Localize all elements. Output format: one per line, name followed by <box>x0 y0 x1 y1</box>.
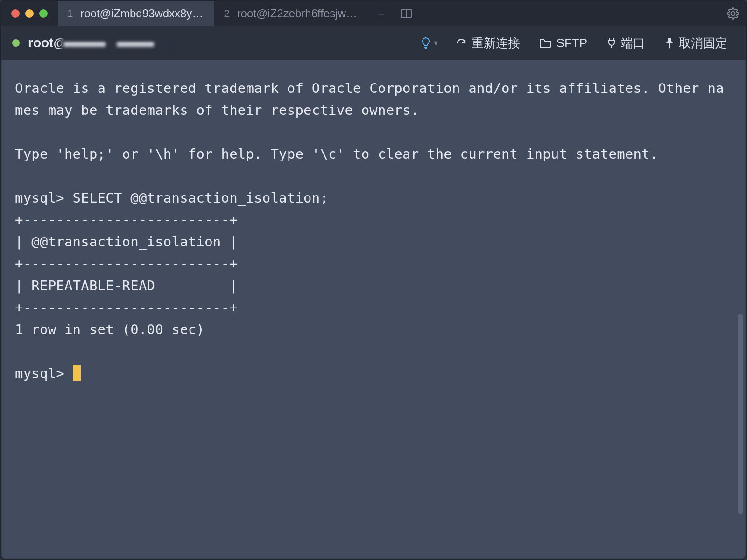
scrollbar-thumb[interactable] <box>738 314 743 514</box>
tab-index: 2 <box>224 7 229 20</box>
terminal-output: Oracle is a registered trademark of Orac… <box>15 77 732 385</box>
reconnect-label: 重新连接 <box>472 35 520 51</box>
tab-title: root@iZ2zebrh6ffesjw… <box>237 7 357 20</box>
settings-button[interactable] <box>720 7 746 20</box>
refresh-icon <box>456 37 467 49</box>
hints-dropdown[interactable]: ▾ <box>415 33 444 53</box>
maximize-button[interactable] <box>39 9 48 18</box>
tab-1[interactable]: 1 root@iZmbd93wdxx8y… <box>58 1 214 26</box>
port-label: 端口 <box>621 35 645 51</box>
gear-icon <box>727 7 739 20</box>
pin-icon <box>665 37 674 49</box>
term-line: Type 'help;' or '\h' for help. Type '\c'… <box>15 146 658 162</box>
tab-2[interactable]: 2 root@iZ2zebrh6ffesjw… <box>214 1 368 26</box>
split-panel-button[interactable] <box>394 9 419 18</box>
new-tab-button[interactable]: ＋ <box>368 6 394 22</box>
chevron-down-icon: ▾ <box>434 38 438 48</box>
connection-host-label: root@ <box>28 35 174 50</box>
titlebar: 1 root@iZmbd93wdxx8y… 2 root@iZ2zebrh6ff… <box>1 1 746 26</box>
port-button[interactable]: 端口 <box>599 31 653 55</box>
terminal-pane[interactable]: Oracle is a registered trademark of Orac… <box>2 60 745 558</box>
reconnect-button[interactable]: 重新连接 <box>448 31 528 55</box>
term-line: +-------------------------+ <box>15 300 238 315</box>
sftp-button[interactable]: SFTP <box>532 32 595 54</box>
connection-status-dot <box>12 39 20 47</box>
term-line: | @@transaction_isolation | <box>15 234 238 250</box>
plus-icon: ＋ <box>375 6 387 22</box>
traffic-lights <box>1 9 58 18</box>
term-line: 1 row in set (0.00 sec) <box>15 322 204 337</box>
terminal-cursor <box>73 365 81 381</box>
close-button[interactable] <box>11 9 20 18</box>
tab-strip: 1 root@iZmbd93wdxx8y… 2 root@iZ2zebrh6ff… <box>58 1 368 26</box>
unpin-label: 取消固定 <box>679 35 727 51</box>
host-redacted <box>61 38 173 50</box>
tab-title: root@iZmbd93wdxx8y… <box>80 7 203 20</box>
sftp-label: SFTP <box>557 36 587 50</box>
tab-index: 1 <box>67 7 73 20</box>
term-line: mysql> SELECT @@transaction_isolation; <box>15 190 328 206</box>
unpin-button[interactable]: 取消固定 <box>657 31 735 55</box>
folder-open-icon <box>540 38 552 48</box>
term-line: | REPEATABLE-READ | <box>15 278 238 294</box>
plug-icon <box>607 37 616 49</box>
term-line: Oracle is a registered trademark of Orac… <box>15 80 724 118</box>
term-line: +-------------------------+ <box>15 212 238 228</box>
split-icon <box>401 9 412 18</box>
lightbulb-icon <box>421 36 431 49</box>
minimize-button[interactable] <box>25 9 34 18</box>
term-line: +-------------------------+ <box>15 256 238 272</box>
app-window: 1 root@iZmbd93wdxx8y… 2 root@iZ2zebrh6ff… <box>0 0 747 560</box>
toolbar: root@ ▾ 重新连接 SFTP 端口 <box>1 26 746 60</box>
term-prompt: mysql> <box>15 365 73 381</box>
scrollbar-track[interactable] <box>737 62 744 555</box>
